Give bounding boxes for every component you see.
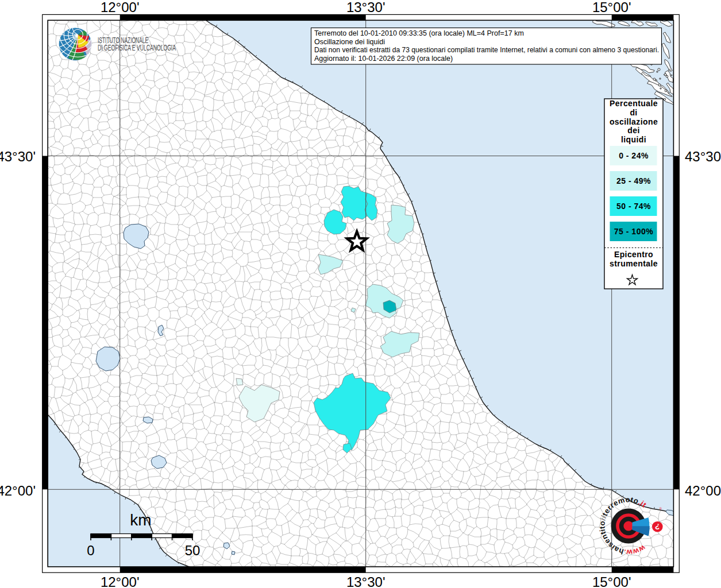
svg-text:13°30': 13°30' bbox=[346, 574, 385, 588]
svg-text:km: km bbox=[130, 511, 151, 529]
svg-text:25 - 49%: 25 - 49% bbox=[616, 176, 651, 185]
svg-text:Oscillazione dei liquidi: Oscillazione dei liquidi bbox=[314, 38, 385, 46]
svg-text:43°30': 43°30' bbox=[685, 149, 721, 164]
svg-text:50 - 74%: 50 - 74% bbox=[616, 202, 651, 211]
svg-text:15°00': 15°00' bbox=[592, 0, 631, 15]
svg-text:liquidi: liquidi bbox=[621, 135, 646, 144]
svg-text:50: 50 bbox=[185, 543, 201, 558]
svg-text:dei: dei bbox=[627, 126, 639, 135]
svg-text:strumentale: strumentale bbox=[610, 259, 658, 268]
svg-text:43°30': 43°30' bbox=[0, 149, 36, 164]
svg-text:12°00': 12°00' bbox=[101, 574, 140, 588]
svg-text:0: 0 bbox=[87, 543, 94, 558]
svg-text:di: di bbox=[630, 108, 637, 117]
svg-text:13°30': 13°30' bbox=[346, 0, 385, 15]
svg-text:0 - 24%: 0 - 24% bbox=[619, 151, 649, 160]
svg-text:Percentuale: Percentuale bbox=[610, 99, 658, 108]
svg-text:DI GEOFISICA E VULCANOLOGIA: DI GEOFISICA E VULCANOLOGIA bbox=[98, 43, 176, 52]
svg-text:oscillazione: oscillazione bbox=[610, 117, 658, 126]
svg-text:Dati non verificati estratti d: Dati non verificati estratti da 73 quest… bbox=[314, 46, 659, 54]
svg-text:15°00': 15°00' bbox=[592, 574, 631, 588]
svg-text:42°00': 42°00' bbox=[685, 483, 721, 498]
svg-text:®: ® bbox=[660, 507, 662, 510]
svg-text:Epicentro: Epicentro bbox=[614, 250, 653, 259]
svg-text:Terremoto del 10-01-2010 09:33: Terremoto del 10-01-2010 09:33:35 (ora l… bbox=[314, 29, 524, 37]
svg-text:Aggiornato il: 10-01-2026 22:0: Aggiornato il: 10-01-2026 22:09 (ora loc… bbox=[314, 55, 453, 63]
svg-text:75 - 100%: 75 - 100% bbox=[614, 227, 653, 236]
svg-text:12°00': 12°00' bbox=[101, 0, 140, 15]
svg-text:42°00': 42°00' bbox=[0, 483, 36, 498]
